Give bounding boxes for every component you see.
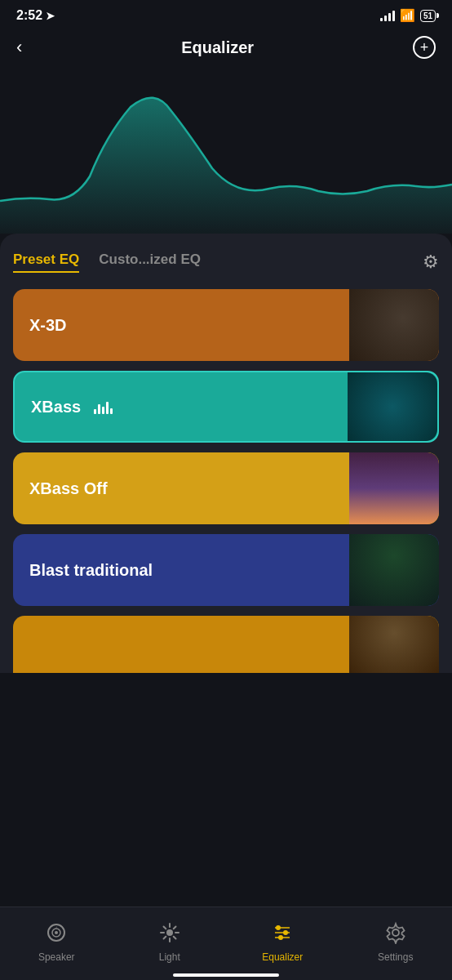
nav-item-speaker[interactable]: ♪ Speaker <box>28 921 85 963</box>
signal-icon <box>380 10 395 21</box>
tab-preset-eq[interactable]: Preset EQ <box>13 252 79 273</box>
eq-visualization <box>0 70 452 234</box>
time-display: 2:52 <box>16 8 42 23</box>
header: ‹ Equalizer + <box>0 28 452 70</box>
speaker-nav-icon: ♪ <box>45 921 68 947</box>
wifi-icon: 📶 <box>400 8 415 23</box>
tab-customized-eq[interactable]: Custo...ized EQ <box>99 252 201 273</box>
svg-point-4 <box>166 929 173 936</box>
settings-gear-icon[interactable]: ⚙ <box>423 252 439 273</box>
nav-item-equalizer[interactable]: Equalizer <box>254 921 311 963</box>
add-button[interactable]: + <box>413 36 436 59</box>
preset-image-xbass <box>348 372 437 441</box>
preset-card-blast[interactable]: Blast traditional <box>13 534 439 606</box>
preset-image-xbass-off <box>349 452 439 524</box>
svg-line-10 <box>173 937 175 939</box>
preset-label-blast: Blast traditional <box>29 561 153 580</box>
add-icon: + <box>420 39 429 56</box>
home-indicator <box>173 973 279 977</box>
settings-nav-label: Settings <box>378 951 413 963</box>
page-title: Equalizer <box>181 38 254 57</box>
back-button[interactable]: ‹ <box>16 37 22 58</box>
preset-card-xbass[interactable]: XBass <box>13 371 439 443</box>
settings-nav-icon <box>384 921 407 947</box>
preset-card-xbass-off[interactable]: XBass Off <box>13 452 439 524</box>
tabs: Preset EQ Custo...ized EQ ⚙ <box>13 252 439 273</box>
preset-list: X-3D XBass XBass Off <box>13 289 439 673</box>
svg-point-14 <box>276 925 281 930</box>
nav-item-light[interactable]: Light <box>141 921 198 963</box>
svg-point-18 <box>278 935 283 940</box>
bars-equalizer-icon <box>94 399 113 414</box>
light-nav-label: Light <box>159 951 180 963</box>
content-area: Preset EQ Custo...ized EQ ⚙ X-3D XBass <box>0 234 452 673</box>
preset-image-blast <box>349 534 439 606</box>
battery-icon: 51 <box>420 10 436 22</box>
svg-line-12 <box>163 937 166 939</box>
preset-label-x3d: X-3D <box>29 316 67 335</box>
status-time: 2:52 ➤ <box>16 8 55 23</box>
battery-level: 51 <box>423 11 432 20</box>
svg-point-19 <box>392 929 399 936</box>
equalizer-nav-icon <box>271 921 294 947</box>
svg-line-9 <box>163 927 166 929</box>
bottom-nav: ♪ Speaker Light <box>0 906 452 980</box>
preset-card-audio[interactable] <box>13 616 439 673</box>
location-icon: ➤ <box>46 10 55 22</box>
preset-image-x3d <box>349 289 439 361</box>
nav-item-settings[interactable]: Settings <box>367 921 424 963</box>
preset-image-audio <box>349 616 439 673</box>
status-icons: 📶 51 <box>380 8 436 23</box>
preset-card-x3d[interactable]: X-3D <box>13 289 439 361</box>
status-bar: 2:52 ➤ 📶 51 <box>0 0 452 28</box>
svg-point-2 <box>55 931 58 934</box>
preset-label-xbass: XBass <box>31 398 81 416</box>
eq-curve <box>0 70 452 234</box>
equalizer-nav-label: Equalizer <box>262 951 303 963</box>
svg-line-11 <box>173 927 175 929</box>
speaker-nav-label: Speaker <box>38 951 75 963</box>
svg-point-16 <box>283 930 288 935</box>
preset-label-xbass-off: XBass Off <box>29 479 108 498</box>
light-nav-icon <box>158 921 181 947</box>
